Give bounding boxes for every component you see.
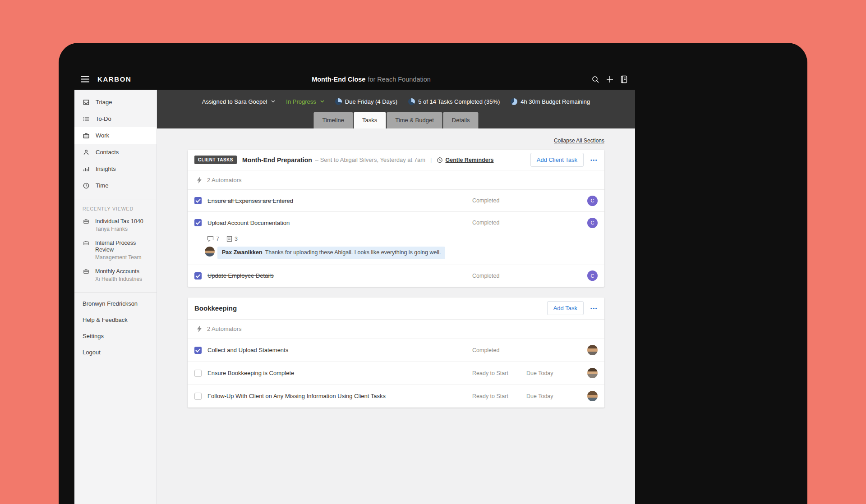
collapse-all-link[interactable]: Collapse All Sections	[188, 137, 604, 144]
comment: Pax ZwanikkenThanks for uploading these …	[205, 247, 598, 259]
assignee-dropdown[interactable]: Assigned to Sara Goepel	[202, 98, 276, 105]
sidebar-item-contacts[interactable]: Contacts	[74, 144, 157, 160]
main-area: Assigned to Sara Goepel In Progress D	[157, 90, 635, 504]
task-checkbox[interactable]	[194, 272, 202, 279]
task-status: Completed	[472, 197, 526, 204]
recent-item[interactable]: Individual Tax 1040 Tanya Franks	[74, 215, 157, 236]
add-client-task-button[interactable]: Add Client Task	[530, 153, 584, 167]
search-button[interactable]	[591, 75, 599, 83]
comment-author: Pax Zwanikken	[222, 249, 263, 256]
task-label: Follow-Up With Client on Any Missing Inf…	[207, 393, 472, 399]
tasks-content: Collapse All Sections CLIENT TASKS Month…	[157, 128, 635, 504]
automators-label: 2 Automators	[207, 325, 242, 332]
add-task-button[interactable]: Add Task	[547, 301, 584, 315]
task-row: Ensure all Expenses are Entered Complete…	[188, 190, 604, 212]
assignee-avatar[interactable]: C	[587, 270, 598, 281]
due-date-indicator: Due Friday (4 Days)	[335, 98, 397, 105]
work-item-title: Month-End Close	[312, 76, 365, 83]
comments-count[interactable]: 7	[207, 236, 219, 242]
task-checkbox[interactable]	[194, 393, 202, 400]
plus-icon	[606, 76, 613, 83]
task-status: Completed	[472, 273, 526, 279]
top-bar-actions	[591, 69, 628, 90]
notes-button[interactable]	[620, 75, 628, 83]
assignee-avatar[interactable]	[587, 391, 598, 401]
gentle-reminders-link[interactable]: Gentle Reminders	[437, 157, 493, 163]
sidebar-item-label: Triage	[96, 99, 112, 105]
recently-viewed-section: RECENTLY VIEWED Individual Tax 1040 Tany…	[74, 200, 157, 286]
add-button[interactable]	[606, 76, 613, 83]
task-label: Update Employee Details	[207, 272, 472, 279]
sidebar-item-todo[interactable]: To-Do	[74, 110, 157, 127]
task-status: Ready to Start	[472, 393, 526, 399]
tab-details[interactable]: Details	[443, 112, 479, 128]
bookkeeping-section: Bookkeeping Add Task ••• 2 Automators	[188, 298, 604, 408]
assignee-avatar[interactable]	[587, 368, 598, 378]
recent-item[interactable]: Monthly Accounts Xi Health Industries	[74, 265, 157, 286]
chevron-down-icon	[320, 100, 324, 103]
recent-item[interactable]: Internal Process Review Management Team	[74, 236, 157, 265]
task-due: Due Today	[526, 370, 587, 376]
sidebar-item-triage[interactable]: Triage	[74, 94, 157, 110]
task-label: Ensure Bookkeeping is Complete	[207, 370, 472, 376]
tab-time-budget[interactable]: Time & Budget	[387, 112, 442, 128]
overflow-menu-button[interactable]: •••	[590, 306, 598, 311]
client-tasks-header: CLIENT TASKS Month-End Preparation – Sen…	[188, 150, 604, 170]
comment-icon	[207, 236, 214, 242]
tab-tasks[interactable]: Tasks	[354, 112, 386, 128]
todo-list-icon	[83, 115, 90, 123]
task-label: Ensure all Expenses are Entered	[207, 197, 472, 204]
recent-item-subtitle: Tanya Franks	[95, 225, 143, 233]
top-bar: KARBON Month-End Close for Reach Foundat…	[74, 69, 635, 90]
recent-item-subtitle: Management Team	[95, 254, 154, 261]
sidebar-item-insights[interactable]: Insights	[74, 160, 157, 177]
app-window: Triage To-Do Work	[74, 90, 635, 504]
sidebar-item-label: To-Do	[96, 115, 111, 122]
briefcase-icon	[83, 240, 90, 261]
briefcase-icon	[83, 268, 90, 283]
task-row: Collect and Upload Statements Completed	[188, 339, 604, 362]
sidebar-item-label: Contacts	[96, 149, 119, 156]
sidebar-item-help[interactable]: Help & Feedback	[74, 312, 157, 328]
hamburger-icon	[81, 76, 90, 82]
sidebar-item-logout[interactable]: Logout	[74, 344, 157, 360]
sidebar-item-work[interactable]: Work	[74, 127, 157, 144]
hamburger-menu-button[interactable]	[81, 76, 90, 82]
task-checkbox[interactable]	[194, 219, 202, 226]
automators-row[interactable]: 2 Automators	[188, 320, 604, 339]
task-status: Completed	[472, 347, 526, 353]
note-icon	[226, 236, 232, 242]
status-dropdown[interactable]: In Progress	[286, 98, 324, 105]
briefcase-icon	[83, 132, 90, 139]
client-tasks-badge: CLIENT TASKS	[194, 156, 237, 164]
tasks-progress-indicator: 5 of 14 Tasks Completed (35%)	[408, 98, 500, 105]
recently-viewed-heading: RECENTLY VIEWED	[74, 206, 157, 211]
sidebar-item-label: Time	[96, 182, 108, 189]
task-checkbox[interactable]	[194, 197, 202, 204]
automators-row[interactable]: 2 Automators	[188, 170, 604, 190]
person-icon	[83, 149, 90, 156]
assignee-avatar[interactable]: C	[587, 218, 598, 228]
overflow-menu-button[interactable]: •••	[590, 157, 598, 163]
assignee-label: Assigned to Sara Goepel	[202, 98, 267, 105]
sidebar-item-user[interactable]: Bronwyn Fredrickson	[74, 295, 157, 312]
task-checkbox[interactable]	[194, 370, 202, 377]
task-label: Collect and Upload Statements	[207, 347, 472, 353]
sidebar-item-settings[interactable]: Settings	[74, 328, 157, 344]
task-row: Update Employee Details Completed C	[188, 265, 604, 287]
tab-timeline[interactable]: Timeline	[313, 112, 353, 128]
gentle-reminders-label: Gentle Reminders	[445, 157, 493, 163]
task-checkbox[interactable]	[194, 347, 202, 354]
section-title: Bookkeeping	[194, 304, 237, 312]
notes-count[interactable]: 3	[226, 236, 238, 242]
page-title: Month-End Close for Reach Foundation	[157, 69, 585, 90]
recent-item-title: Individual Tax 1040	[95, 218, 143, 225]
assignee-avatar[interactable]: C	[587, 196, 598, 206]
recent-item-title: Internal Process Review	[95, 240, 154, 254]
clock-icon	[83, 182, 90, 189]
assignee-avatar[interactable]	[587, 345, 598, 355]
device-frame: KARBON Month-End Close for Reach Foundat…	[59, 43, 807, 504]
search-icon	[591, 75, 599, 83]
sidebar-item-time[interactable]: Time	[74, 177, 157, 194]
status-label: In Progress	[286, 98, 316, 105]
